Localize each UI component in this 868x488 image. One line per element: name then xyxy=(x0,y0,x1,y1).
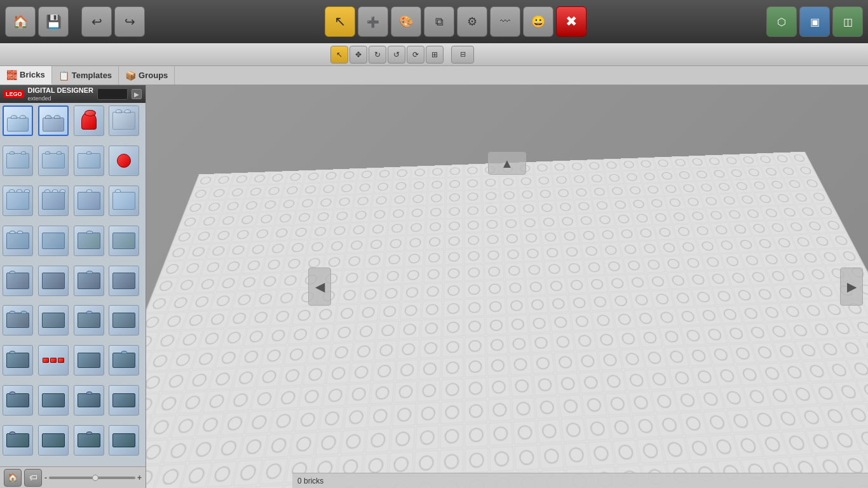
clone-button[interactable]: ⧉ xyxy=(424,6,454,37)
tab-groups[interactable]: 📦 Groups xyxy=(119,66,175,85)
brick-item-12[interactable] xyxy=(109,186,139,216)
add-brick-button[interactable]: ➕ xyxy=(358,6,388,37)
brick-item-5[interactable] xyxy=(3,146,33,176)
brick-item-19[interactable] xyxy=(74,266,104,296)
main-area: LEGO DIGITAL DESIGNERextended ▶ xyxy=(0,85,868,488)
rotate-z-btn[interactable]: ⟳ xyxy=(407,46,424,64)
tabs-row: 🧱 Bricks 📋 Templates 📦 Groups xyxy=(0,66,868,85)
brick-item-27[interactable] xyxy=(74,345,104,376)
brick-item-4[interactable] xyxy=(109,105,139,136)
nav-arrow-left[interactable]: ◀ xyxy=(308,268,331,306)
view-2d-button[interactable]: ▣ xyxy=(799,6,830,37)
groups-tab-icon: 📦 xyxy=(125,71,136,81)
brick-item-14[interactable] xyxy=(38,226,69,256)
zoom-max-label: + xyxy=(137,473,142,482)
brick-item-13[interactable] xyxy=(3,226,33,256)
brick-item-30[interactable] xyxy=(38,385,69,416)
collapse-panel-button[interactable]: ▶ xyxy=(132,89,142,99)
brick-item-1[interactable] xyxy=(3,105,33,136)
brick-item-10[interactable] xyxy=(38,186,69,216)
brick-item-23[interactable] xyxy=(74,305,104,336)
brick-item-16[interactable] xyxy=(109,226,139,256)
brick-item-36[interactable] xyxy=(109,425,139,456)
delete-button[interactable]: ✖ xyxy=(556,6,587,37)
brick-count-label: 0 bricks xyxy=(297,477,323,485)
brick-item-20[interactable] xyxy=(109,266,139,296)
panel-home-btn[interactable]: 🏠 xyxy=(4,469,22,487)
panel-bottom-bar: 🏠 🏷 - + xyxy=(0,466,146,488)
flex-button[interactable]: 〰 xyxy=(490,6,520,37)
view-3d-button[interactable]: ◫ xyxy=(832,6,863,37)
brick-item-26-red[interactable] xyxy=(38,345,69,376)
templates-tab-label: Templates xyxy=(72,71,112,80)
rotate-y-btn[interactable]: ↺ xyxy=(388,46,405,64)
move-mode-btn[interactable]: ✥ xyxy=(349,46,367,64)
bricks-tab-icon: 🧱 xyxy=(6,70,17,80)
lego-logo: LEGO xyxy=(4,90,24,98)
panel-category-btn[interactable]: 🏷 xyxy=(24,469,42,487)
groups-tab-label: Groups xyxy=(139,71,168,80)
brick-item-35[interactable] xyxy=(74,425,104,456)
select-mode-btn[interactable]: ↖ xyxy=(330,46,348,64)
zoom-slider[interactable] xyxy=(49,477,135,479)
brick-item-25[interactable] xyxy=(3,345,33,376)
zoom-slider-container: - + xyxy=(44,473,142,482)
rotate-x-btn[interactable]: ↻ xyxy=(369,46,386,64)
bricks-tab-label: Bricks xyxy=(20,70,45,79)
viewport[interactable]: ▲ ◀ ▶ // This SVG doesn't execute JS, us… xyxy=(146,85,868,488)
templates-tab-icon: 📋 xyxy=(58,71,69,81)
brick-item-33[interactable] xyxy=(3,425,33,456)
brick-item-3-red-cylinder[interactable] xyxy=(74,105,104,136)
brick-item-29[interactable] xyxy=(3,385,33,416)
grid-toggle-btn[interactable]: ⊟ xyxy=(451,46,474,64)
brick-palette xyxy=(0,103,146,466)
nav-arrow-right[interactable]: ▶ xyxy=(840,268,863,306)
red-circle-shape xyxy=(117,154,131,168)
app-name-label: DIGITAL DESIGNERextended xyxy=(28,86,94,102)
panel-header: LEGO DIGITAL DESIGNERextended ▶ xyxy=(0,85,146,103)
paint-button[interactable]: 🎨 xyxy=(391,6,421,37)
second-toolbar: ↖ ✥ ↻ ↺ ⟳ ⊞ ⊟ xyxy=(0,43,868,66)
brick-item-2[interactable] xyxy=(38,105,69,136)
brick-item-34[interactable] xyxy=(38,425,69,456)
brick-item-22[interactable] xyxy=(38,305,69,336)
brick-item-11[interactable] xyxy=(74,186,104,216)
status-bar: 0 bricks xyxy=(292,473,868,488)
tab-templates[interactable]: 📋 Templates xyxy=(52,66,119,85)
brick-item-6[interactable] xyxy=(38,146,69,176)
svg-rect-4 xyxy=(146,152,868,488)
red-cylinder-shape xyxy=(81,112,97,130)
brick-item-18[interactable] xyxy=(38,266,69,296)
snap-btn[interactable]: ⊞ xyxy=(426,46,444,64)
nav-arrow-up[interactable]: ▲ xyxy=(488,152,526,175)
brick-item-31[interactable] xyxy=(74,385,104,416)
brick-item-8-red-circle[interactable] xyxy=(109,146,139,176)
brick-item-7[interactable] xyxy=(74,146,104,176)
search-input[interactable] xyxy=(97,88,128,100)
zoom-thumb[interactable] xyxy=(92,475,98,481)
top-toolbar: 🏠 💾 ↩ ↪ ↖ ➕ 🎨 ⧉ ⚙ 〰 😀 ✖ ⬡ ▣ ◫ xyxy=(0,0,868,43)
undo-button[interactable]: ↩ xyxy=(81,6,112,37)
minifig-button[interactable]: 😀 xyxy=(523,6,553,37)
left-panel: LEGO DIGITAL DESIGNERextended ▶ xyxy=(0,85,146,488)
redo-button[interactable]: ↪ xyxy=(114,6,145,37)
brick-item-32[interactable] xyxy=(109,385,139,416)
brick-item-15[interactable] xyxy=(74,226,104,256)
view-switch-button[interactable]: ⬡ xyxy=(766,6,797,37)
home-button[interactable]: 🏠 xyxy=(5,6,36,37)
save-button[interactable]: 💾 xyxy=(38,6,69,37)
brick-item-9[interactable] xyxy=(3,186,33,216)
select-tool-button[interactable]: ↖ xyxy=(325,6,355,37)
brick-item-17[interactable] xyxy=(3,266,33,296)
brick-item-24[interactable] xyxy=(109,305,139,336)
hinge-button[interactable]: ⚙ xyxy=(457,6,487,37)
tab-bricks[interactable]: 🧱 Bricks xyxy=(0,66,52,85)
brick-item-28[interactable] xyxy=(109,345,139,376)
brick-item-21[interactable] xyxy=(3,305,33,336)
baseplate-grid: // This SVG doesn't execute JS, using st… xyxy=(146,151,868,488)
zoom-min-label: - xyxy=(44,473,47,482)
